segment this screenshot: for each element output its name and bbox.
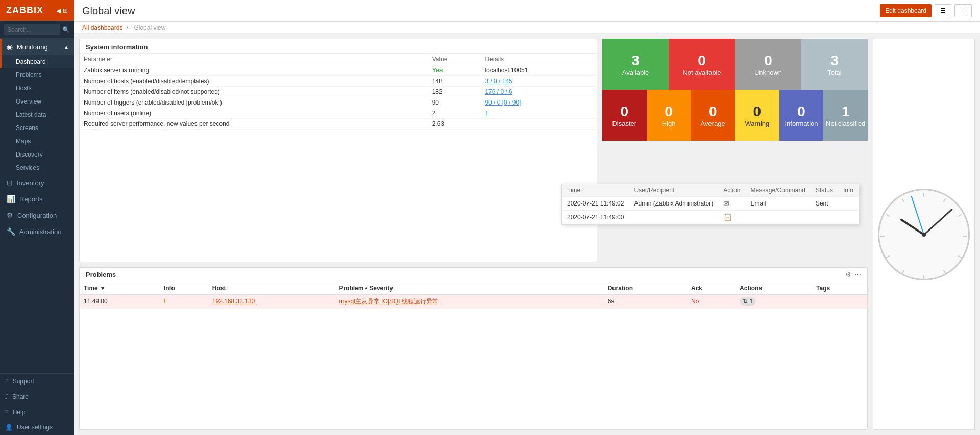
sidebar-item-reports[interactable]: 📊 Reports bbox=[0, 191, 74, 207]
system-info-title: System information bbox=[80, 39, 597, 54]
edit-dashboard-button[interactable]: Edit dashboard bbox=[880, 4, 932, 17]
expand-icon[interactable]: ⊞ bbox=[63, 7, 68, 14]
status-warning[interactable]: 0 Warning bbox=[735, 90, 779, 141]
sidebar-item-administration[interactable]: 🔧 Administration bbox=[0, 223, 74, 240]
problem-actions[interactable]: ⇅ 1 bbox=[736, 295, 812, 309]
popup-status-1: Sent bbox=[811, 197, 838, 211]
search-icon: 🔍 bbox=[62, 26, 70, 33]
status-information[interactable]: 0 Information bbox=[779, 90, 824, 141]
status-total[interactable]: 3 Total bbox=[801, 39, 868, 90]
monitoring-arrow: ▲ bbox=[64, 44, 69, 50]
status-unknown[interactable]: 0 Unknown bbox=[735, 39, 801, 90]
problems-more-icon[interactable]: ⋯ bbox=[854, 271, 861, 278]
breadcrumb-current: Global view bbox=[134, 24, 165, 31]
system-info-widget: System information Parameter Value Detai… bbox=[79, 39, 597, 262]
details-cell[interactable]: 3 / 0 / 145 bbox=[481, 76, 597, 87]
sidebar-item-share[interactable]: ⤴ Share bbox=[0, 389, 74, 404]
sidebar-item-screens[interactable]: Screens bbox=[0, 121, 74, 135]
configuration-label: Configuration bbox=[17, 212, 57, 219]
sidebar-item-inventory[interactable]: ⊟ Inventory bbox=[0, 174, 74, 191]
sidebar-item-problems[interactable]: Problems bbox=[0, 68, 74, 82]
popup-action-1: ✉ bbox=[718, 197, 745, 211]
hosts-label: Hosts bbox=[16, 85, 32, 92]
value-cell: 2 bbox=[428, 108, 481, 119]
help-icon: ? bbox=[5, 408, 9, 416]
status-row-2: 0 Disaster 0 High 0 Average 0 Warning 0 bbox=[602, 90, 868, 141]
sidebar-item-dashboard[interactable]: Dashboard bbox=[0, 55, 74, 68]
total-count: 3 bbox=[830, 53, 839, 69]
list-view-button[interactable]: ☰ bbox=[935, 4, 951, 17]
status-not-available[interactable]: 0 Not available bbox=[669, 39, 735, 90]
sidebar-item-services[interactable]: Services bbox=[0, 161, 74, 174]
status-high[interactable]: 0 High bbox=[647, 90, 691, 141]
main-content: Global view Edit dashboard ☰ ⛶ All dashb… bbox=[74, 0, 980, 435]
table-row: Number of triggers (enabled/disabled [pr… bbox=[80, 97, 597, 108]
administration-label: Administration bbox=[19, 228, 61, 236]
status-bar: 3 Available 0 Not available 0 Unknown 3 … bbox=[602, 39, 868, 262]
unknown-count: 0 bbox=[764, 53, 772, 69]
information-label: Information bbox=[785, 120, 818, 127]
details-cell: localhost:10051 bbox=[481, 65, 597, 76]
sidebar-item-hosts[interactable]: Hosts bbox=[0, 82, 74, 95]
details-cell[interactable]: 90 / 0 [0 / 90] bbox=[481, 97, 597, 108]
fullscreen-button[interactable]: ⛶ bbox=[954, 4, 972, 17]
inventory-icon: ⊟ bbox=[7, 178, 13, 187]
sidebar-item-support[interactable]: ? Support bbox=[0, 374, 74, 389]
share-icon: ⤴ bbox=[5, 393, 8, 400]
col-value: Value bbox=[428, 54, 481, 65]
problems-widget: Problems ⚙ ⋯ Time ▼ Info Host Problem • … bbox=[79, 267, 868, 430]
popup-info-1 bbox=[838, 197, 859, 211]
popup-info-2 bbox=[838, 211, 859, 224]
problem-description[interactable]: mysql主从异常 IO|SQL线程运行异常 bbox=[335, 295, 603, 309]
popup-action-2: 📋 bbox=[718, 211, 745, 224]
status-available[interactable]: 3 Available bbox=[602, 39, 669, 90]
status-not-classified[interactable]: 1 Not classified bbox=[823, 90, 868, 141]
latest-data-label: Latest data bbox=[16, 111, 46, 118]
monitoring-section: ◉ Monitoring ▲ Dashboard Problems Hosts … bbox=[0, 39, 74, 174]
col-actions: Actions bbox=[736, 282, 812, 295]
page-title: Global view bbox=[82, 5, 135, 17]
topbar: Global view Edit dashboard ☰ ⛶ bbox=[74, 0, 980, 22]
dashboard-grid: System information Parameter Value Detai… bbox=[74, 34, 980, 435]
details-cell[interactable]: 176 / 0 / 6 bbox=[481, 87, 597, 97]
disaster-count: 0 bbox=[621, 104, 629, 120]
details-cell bbox=[481, 119, 597, 130]
reports-label: Reports bbox=[19, 195, 43, 203]
monitoring-label: Monitoring bbox=[17, 43, 48, 51]
param-cell: Zabbix server is running bbox=[80, 65, 428, 76]
sidebar-item-monitoring[interactable]: ◉ Monitoring ▲ bbox=[0, 39, 74, 55]
support-icon: ? bbox=[5, 378, 9, 385]
search-input[interactable] bbox=[4, 24, 60, 35]
value-cell: 90 bbox=[428, 97, 481, 108]
not-classified-label: Not classified bbox=[826, 120, 865, 127]
breadcrumb-parent[interactable]: All dashboards bbox=[82, 24, 122, 31]
high-label: High bbox=[662, 120, 676, 127]
problems-settings-icon[interactable]: ⚙ bbox=[845, 271, 851, 278]
param-cell: Number of triggers (enabled/disabled [pr… bbox=[80, 97, 428, 108]
sidebar-item-overview[interactable]: Overview bbox=[0, 95, 74, 108]
sidebar-bottom: ? Support ⤴ Share ? Help 👤 User settings bbox=[0, 373, 74, 435]
problems-title: Problems bbox=[86, 271, 116, 278]
problem-ack: No bbox=[687, 295, 736, 309]
sidebar-item-user-settings[interactable]: 👤 User settings bbox=[0, 420, 74, 435]
sidebar-item-help[interactable]: ? Help bbox=[0, 404, 74, 420]
total-label: Total bbox=[827, 69, 841, 76]
system-info-body: Zabbix server is runningYeslocalhost:100… bbox=[80, 65, 597, 130]
collapse-icon[interactable]: ◀ bbox=[56, 7, 61, 14]
sidebar-item-latest-data[interactable]: Latest data bbox=[0, 108, 74, 121]
reports-icon: 📊 bbox=[7, 195, 15, 203]
sidebar-item-configuration[interactable]: ⚙ Configuration bbox=[0, 207, 74, 223]
information-count: 0 bbox=[797, 104, 805, 120]
popup-col-user: User/Recipient bbox=[629, 184, 718, 197]
problem-host[interactable]: 192.168.32.130 bbox=[208, 295, 335, 309]
status-disaster[interactable]: 0 Disaster bbox=[602, 90, 647, 141]
status-average[interactable]: 0 Average bbox=[691, 90, 735, 141]
popup-col-message: Message/Command bbox=[746, 184, 811, 197]
col-parameter: Parameter bbox=[80, 54, 428, 65]
details-cell[interactable]: 1 bbox=[481, 108, 597, 119]
sidebar-item-maps[interactable]: Maps bbox=[0, 135, 74, 148]
breadcrumb: All dashboards / Global view bbox=[74, 22, 980, 34]
sidebar-item-discovery[interactable]: Discovery bbox=[0, 148, 74, 161]
actions-popup-row: 2020-07-21 11:49:00 📋 bbox=[562, 211, 859, 224]
param-cell: Required server performance, new values … bbox=[80, 119, 428, 130]
